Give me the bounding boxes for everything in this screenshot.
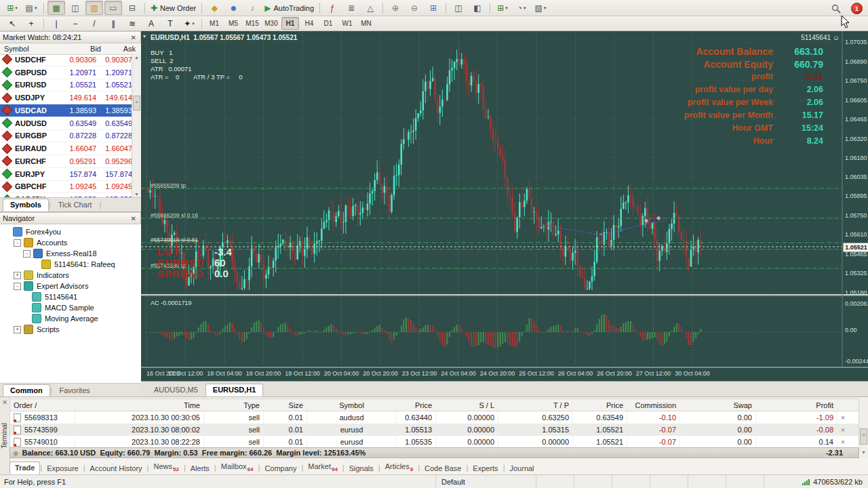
close-icon[interactable]: ✕: [2, 399, 7, 406]
tile-windows-button[interactable]: ⊞: [425, 1, 442, 15]
search-icon[interactable]: [827, 1, 845, 16]
column-header-price[interactable]: Price: [573, 399, 627, 411]
profiles-button[interactable]: ▤▾: [22, 1, 40, 15]
column-header-profit[interactable]: Profit: [756, 399, 837, 411]
column-header-time[interactable]: Time: [75, 399, 204, 411]
candlestick-chart-canvas[interactable]: [141, 31, 868, 381]
navigator-tab-common[interactable]: Common: [3, 384, 50, 397]
column-header-swap[interactable]: Swap: [680, 399, 756, 411]
terminal-tab-articles[interactable]: Articles8: [380, 461, 418, 475]
market-watch-toggle-button[interactable]: ▦: [47, 1, 65, 15]
terminal-tab-account-history[interactable]: Account History: [85, 463, 147, 475]
terminal-tab-news[interactable]: News52: [149, 461, 183, 475]
channel-tool-button[interactable]: ∥: [104, 16, 122, 30]
timeframe-h1[interactable]: H1: [281, 17, 299, 30]
column-header-commission[interactable]: Commission: [627, 399, 680, 411]
tree-expander-icon[interactable]: +: [14, 272, 21, 279]
terminal-tab-signals[interactable]: Signals: [344, 463, 378, 475]
timeframe-m1[interactable]: M1: [205, 17, 223, 30]
order-row[interactable]: 557435992023.10.30 08:00:02sell0.01eurus…: [10, 424, 859, 436]
column-header-sl[interactable]: S / L: [436, 399, 498, 411]
column-header-symbol[interactable]: Symbol: [0, 45, 64, 53]
notification-badge[interactable]: 1: [851, 3, 863, 14]
order-row[interactable]: 556983132023.10.30 00:30:05sell0.01audus…: [10, 411, 859, 424]
market-watch-row[interactable]: GBPUSD1.209711.20971: [0, 66, 132, 79]
order-row[interactable]: 557490102023.10.30 08:22:28sell0.01eurus…: [10, 436, 859, 448]
vertical-line-tool-button[interactable]: |: [47, 16, 65, 30]
timeframe-w1[interactable]: W1: [338, 17, 356, 30]
tree-expander-icon[interactable]: -: [14, 283, 21, 290]
navigator-tab-favorites[interactable]: Favorites: [52, 384, 98, 397]
terminal-tab-exposure[interactable]: Exposure: [42, 463, 83, 475]
navigator-item-accounts[interactable]: -Accounts: [0, 237, 141, 248]
terminal-scrollbar[interactable]: ≡: [859, 399, 868, 446]
market-watch-row[interactable]: USDCAD1.385931.38593: [0, 104, 132, 117]
market-watch-tab-tick-chart[interactable]: Tick Chart: [51, 199, 100, 211]
objects-list-button[interactable]: △: [361, 1, 379, 15]
timeframe-m5[interactable]: M5: [224, 17, 242, 30]
market-watch-row[interactable]: EURUSD1.055211.05521: [0, 79, 132, 92]
market-watch-scrollbar[interactable]: ▲ ≡ ▼: [132, 54, 141, 198]
autotrading-button[interactable]: ▶AutoTrading: [262, 1, 316, 15]
terminal-scroll-down[interactable]: ▼: [859, 447, 868, 458]
navigator-item-expert-advisors[interactable]: -Expert Advisors: [0, 281, 141, 291]
column-header-price[interactable]: Price: [397, 399, 436, 411]
cursor-tool-button[interactable]: ↖: [3, 16, 21, 30]
timeframe-m30[interactable]: M30: [262, 17, 280, 30]
zoom-in-button[interactable]: ⊕: [387, 1, 404, 15]
terminal-tab-alerts[interactable]: Alerts: [186, 463, 214, 475]
chart-area[interactable]: ▾EURUSD,H1 1.05567 1.05567 1.05473 1.055…: [141, 31, 868, 381]
terminal-tab-experts[interactable]: Experts: [468, 463, 502, 475]
sound-button[interactable]: ♪: [243, 1, 261, 15]
indicators-list-button[interactable]: ƒ: [323, 1, 341, 15]
data-window-toggle-button[interactable]: ◫: [66, 1, 84, 15]
terminal-tab-code-base[interactable]: Code Base: [420, 463, 466, 475]
fibonacci-tool-button[interactable]: ≋: [123, 16, 141, 30]
navigator-item-exness-real18[interactable]: -Exness-Real18: [0, 248, 141, 259]
chart-dropdown-icon[interactable]: ▾: [143, 33, 146, 39]
add-chart-button[interactable]: ⊞▾: [494, 1, 511, 15]
market-watch-row[interactable]: USDJPY149.614149.614: [0, 92, 132, 104]
zoom-out-button[interactable]: ⊖: [406, 1, 423, 15]
market-watch-row[interactable]: AUDUSD0.635490.63549: [0, 117, 132, 130]
chart-tab-eurusd-h1[interactable]: EURUSD,H1: [205, 384, 264, 396]
column-header-order[interactable]: Order /: [10, 399, 75, 411]
arrows-tool-button[interactable]: ✦▾: [180, 16, 198, 30]
new-chart-button[interactable]: ⊞▾: [3, 1, 21, 15]
trendline-tool-button[interactable]: /: [85, 16, 103, 30]
close-icon[interactable]: ✕: [130, 34, 138, 41]
navigator-item-moving-average[interactable]: Moving Average: [0, 313, 141, 324]
auto-period-button[interactable]: ◔▾: [513, 1, 530, 15]
close-position-icon[interactable]: ×: [837, 411, 855, 424]
tile-horizontal-button[interactable]: ◧: [469, 1, 486, 15]
column-header-bid[interactable]: Bid: [64, 45, 101, 53]
terminal-toggle-button[interactable]: ▭: [104, 1, 122, 15]
timeframe-d1[interactable]: D1: [319, 17, 337, 30]
navigator-toggle-button[interactable]: ▥: [85, 1, 103, 15]
metaeditor-button[interactable]: ◆: [205, 1, 223, 15]
status-profile[interactable]: Default: [435, 475, 536, 488]
column-header-type[interactable]: Type: [204, 399, 264, 411]
close-position-icon[interactable]: ×: [837, 436, 855, 448]
terminal-tab-mailbox[interactable]: Mailbox64: [216, 461, 258, 475]
navigator-item-macd-sample[interactable]: MACD Sample: [0, 302, 141, 313]
timeframe-h4[interactable]: H4: [300, 17, 318, 30]
timeframe-mn[interactable]: MN: [357, 17, 375, 30]
horizontal-line-tool-button[interactable]: −: [66, 16, 84, 30]
market-watch-row[interactable]: EURCHF0.952910.95296: [0, 155, 132, 168]
market-watch-row[interactable]: GBPCHF1.092451.09245: [0, 181, 132, 194]
tree-expander-icon[interactable]: -: [14, 239, 21, 247]
community-button[interactable]: ☻: [224, 1, 242, 15]
navigator-item-51145641[interactable]: 51145641: [0, 291, 141, 302]
terminal-tab-market[interactable]: Market94: [303, 461, 342, 475]
column-header-size[interactable]: Size: [264, 399, 307, 411]
column-header-ask[interactable]: Ask: [101, 45, 136, 53]
timeframe-m15[interactable]: M15: [243, 17, 261, 30]
crosshair-tool-button[interactable]: +: [22, 16, 40, 30]
close-icon[interactable]: ✕: [130, 215, 138, 222]
navigator-item-indicators[interactable]: +Indicators: [0, 270, 141, 281]
templates-button[interactable]: ▧▾: [532, 1, 549, 15]
text-tool-button[interactable]: A: [142, 16, 160, 30]
market-watch-tab-symbols[interactable]: Symbols: [3, 199, 49, 211]
column-header-symbol[interactable]: Symbol: [307, 399, 397, 411]
